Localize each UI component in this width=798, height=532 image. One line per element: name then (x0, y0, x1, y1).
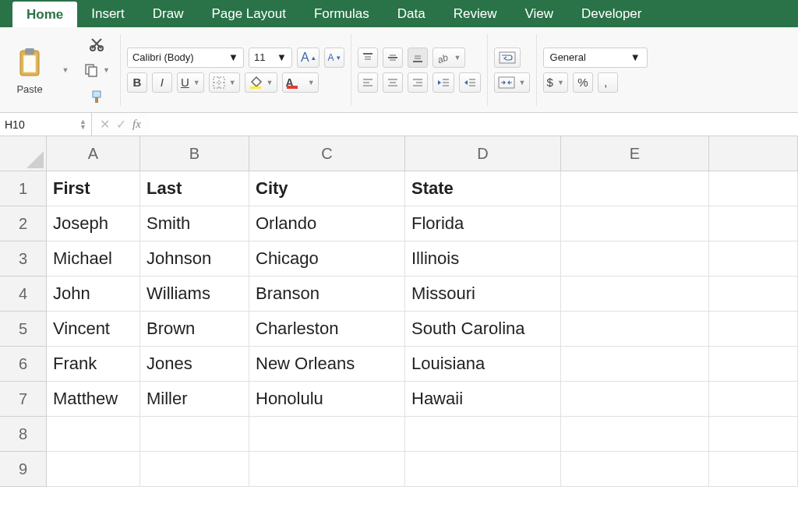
cell[interactable] (561, 347, 709, 382)
align-right-button[interactable] (408, 72, 428, 93)
font-size-select[interactable]: 11 ▼ (249, 48, 292, 68)
cell[interactable] (561, 277, 709, 312)
cell[interactable] (709, 241, 798, 277)
tab-review[interactable]: Review (440, 0, 511, 27)
accept-formula-button[interactable]: ✓ (116, 117, 126, 132)
tab-view[interactable]: View (510, 0, 567, 27)
cell[interactable] (561, 312, 709, 347)
cell[interactable] (561, 206, 709, 241)
format-painter-button[interactable] (79, 86, 114, 107)
tab-page-layout[interactable]: Page Layout (197, 0, 299, 27)
cell[interactable] (140, 417, 249, 452)
cell[interactable]: Orlando (249, 206, 405, 241)
bold-button[interactable]: B (127, 72, 147, 93)
cell[interactable] (709, 206, 798, 241)
cell[interactable]: Frank (47, 347, 140, 382)
cell[interactable]: Joseph (47, 206, 140, 241)
cell[interactable] (561, 417, 709, 452)
row-header[interactable]: 2 (0, 206, 47, 241)
row-header[interactable]: 7 (0, 382, 47, 417)
tab-data[interactable]: Data (383, 0, 440, 27)
comma-style-button[interactable]: , (598, 72, 618, 93)
cell[interactable]: Missouri (405, 277, 561, 312)
italic-button[interactable]: I (152, 72, 172, 93)
cell[interactable] (709, 171, 798, 206)
cell[interactable]: Matthew (47, 382, 140, 417)
cell[interactable]: Last (140, 171, 249, 206)
col-header-a[interactable]: A (47, 136, 140, 171)
cell[interactable] (47, 452, 140, 487)
col-header-d[interactable]: D (405, 136, 561, 171)
copy-button[interactable]: ▼ (79, 60, 114, 80)
tab-insert[interactable]: Insert (77, 0, 139, 27)
row-header[interactable]: 4 (0, 277, 47, 312)
merge-cells-button[interactable]: ▼ (494, 72, 530, 93)
cell[interactable]: Illinois (405, 241, 561, 277)
col-header-f[interactable] (709, 136, 798, 171)
cell[interactable] (405, 452, 561, 487)
cell[interactable]: Smith (140, 206, 249, 241)
cell[interactable]: Branson (249, 277, 405, 312)
borders-button[interactable]: ▼ (209, 72, 240, 93)
paste-button[interactable]: Paste (9, 44, 50, 95)
cell[interactable] (47, 417, 140, 452)
name-box[interactable]: H10 ▲▼ (0, 113, 92, 136)
cell[interactable] (709, 277, 798, 312)
row-header[interactable]: 1 (0, 171, 47, 206)
orientation-button[interactable]: ab ▼ (433, 48, 465, 68)
cell[interactable]: Vincent (47, 312, 140, 347)
cell[interactable] (561, 452, 709, 487)
increase-indent-button[interactable] (459, 72, 481, 93)
cell[interactable]: Chicago (249, 241, 405, 277)
row-header[interactable]: 5 (0, 312, 47, 347)
cell[interactable]: Michael (47, 241, 140, 277)
wrap-text-button[interactable] (494, 48, 521, 68)
cell[interactable]: First (47, 171, 140, 206)
align-middle-button[interactable] (383, 48, 403, 68)
cell[interactable]: Miller (140, 382, 249, 417)
tab-developer[interactable]: Developer (567, 0, 656, 27)
fill-color-button[interactable]: ▼ (245, 72, 277, 93)
cell[interactable]: Brown (140, 312, 249, 347)
underline-button[interactable]: U▼ (177, 72, 204, 93)
row-header[interactable]: 9 (0, 452, 47, 487)
cell[interactable]: John (47, 277, 140, 312)
align-center-button[interactable] (383, 72, 403, 93)
increase-font-button[interactable]: A▴ (297, 48, 320, 68)
cell[interactable] (249, 452, 405, 487)
font-name-select[interactable]: Calibri (Body) ▼ (127, 48, 244, 68)
name-box-stepper[interactable]: ▲▼ (79, 119, 87, 130)
tab-home[interactable]: Home (12, 2, 77, 27)
tab-draw[interactable]: Draw (139, 0, 198, 27)
decrease-indent-button[interactable] (433, 72, 454, 93)
align-left-button[interactable] (358, 72, 378, 93)
decrease-font-button[interactable]: A▾ (324, 48, 344, 68)
col-header-b[interactable]: B (140, 136, 249, 171)
cancel-formula-button[interactable]: ✕ (100, 117, 110, 132)
cell[interactable] (561, 171, 709, 206)
select-all-corner[interactable] (0, 136, 47, 171)
cell[interactable] (709, 452, 798, 487)
row-header[interactable]: 3 (0, 241, 47, 277)
cell[interactable]: New Orleans (249, 347, 405, 382)
formula-input[interactable] (149, 113, 798, 136)
cell[interactable]: City (249, 171, 405, 206)
fx-icon[interactable]: fx (132, 118, 141, 131)
cell[interactable]: Florida (405, 206, 561, 241)
cell[interactable]: Hawaii (405, 382, 561, 417)
cell[interactable]: Honolulu (249, 382, 405, 417)
font-color-button[interactable]: A ▼ (282, 72, 319, 93)
cell[interactable]: Louisiana (405, 347, 561, 382)
cell[interactable] (405, 417, 561, 452)
cut-button[interactable] (79, 33, 114, 54)
cell[interactable] (709, 382, 798, 417)
cell[interactable]: South Carolina (405, 312, 561, 347)
row-header[interactable]: 8 (0, 417, 47, 452)
cell[interactable] (249, 417, 405, 452)
paste-dropdown[interactable]: ▼ (55, 60, 75, 80)
align-bottom-button[interactable] (408, 48, 428, 68)
percent-button[interactable]: % (573, 72, 593, 93)
currency-button[interactable]: $▼ (543, 72, 568, 93)
col-header-c[interactable]: C (249, 136, 405, 171)
cell[interactable] (561, 241, 709, 277)
